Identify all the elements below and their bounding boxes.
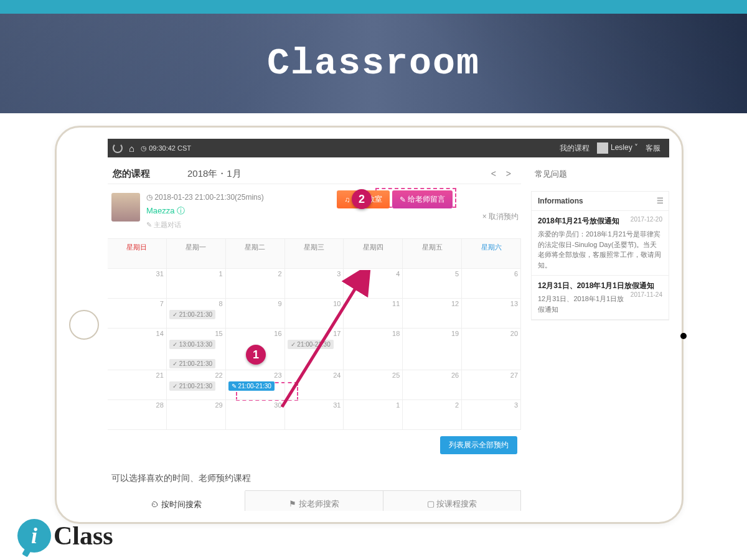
iclass-logo: i Class [17, 519, 113, 553]
your-courses-label: 您的课程 [113, 168, 150, 180]
time-slot[interactable]: 21:00-21:30 [169, 381, 215, 391]
time-slot[interactable]: 21:00-21:30 [169, 310, 215, 319]
calendar-cell[interactable]: 29 [167, 400, 226, 430]
calendar-cell[interactable]: 6 [462, 269, 521, 299]
calendar-cell[interactable]: 13 [462, 299, 521, 329]
calendar-cell[interactable]: 2 [226, 269, 285, 299]
message-teacher-button[interactable]: ✎ 给老师留言 [392, 190, 453, 208]
session-datetime: ◷ 2018-01-23 21:00-21:30(25mins) [146, 193, 264, 202]
cancel-booking-link[interactable]: × 取消预约 [482, 212, 519, 222]
search-tabs: ⏲ 按时间搜索 ⚑ 按老师搜索 ▢ 按课程搜索 [108, 490, 521, 511]
session-topic: ✎ 主题对话 [146, 220, 264, 230]
calendar-cell[interactable]: 3 [462, 400, 521, 430]
info-item[interactable]: 12月31日、2018年1月1日放假通知 2017-11-24 12月31日、2… [532, 276, 669, 320]
calendar-cell[interactable]: 31 [285, 400, 344, 430]
logo-text: Class [54, 521, 113, 551]
screen: ⌂ ◷ 09:30:42 CST 我的课程 Lesley ˅ 客服 您的课程 2… [108, 139, 669, 511]
calendar-cell[interactable]: 11 [344, 299, 403, 329]
prev-month-button[interactable]: < [486, 167, 501, 180]
calendar-cell[interactable]: 14 [108, 329, 167, 370]
tablet-frame: ⌂ ◷ 09:30:42 CST 我的课程 Lesley ˅ 客服 您的课程 2… [55, 126, 684, 524]
tab-by-teacher[interactable]: ⚑ 按老师搜索 [245, 491, 383, 511]
teacher-name[interactable]: Maezza ⓘ [146, 205, 264, 217]
top-accent-bar [0, 0, 747, 14]
info-card: Informations ☰ 2018年1月21号放假通知 2017-12-20… [531, 191, 669, 320]
info-header: Informations ☰ [532, 192, 669, 211]
course-header: 您的课程 2018年・1月 < > [108, 164, 521, 184]
calendar-cell[interactable]: 9 [226, 299, 285, 329]
calendar-cell[interactable]: 7 [108, 299, 167, 329]
tablet-home-button[interactable] [69, 310, 99, 340]
status-bar: ⌂ ◷ 09:30:42 CST 我的课程 Lesley ˅ 客服 [108, 139, 669, 157]
callout-1: 1 [246, 345, 266, 365]
main-column: 您的课程 2018年・1月 < > ◷ 2018-01-23 21:00-21:… [108, 157, 526, 511]
time-slot[interactable]: 13:00-13:30 [169, 340, 215, 349]
calendar-cell[interactable]: 4 [344, 269, 403, 299]
calendar-cell[interactable]: 1721:00-21:30 [285, 329, 344, 370]
info-item[interactable]: 2018年1月21号放假通知 2017-12-20 亲爱的学员们：2018年1月… [532, 211, 669, 276]
tab-by-time[interactable]: ⏲ 按时间搜索 [108, 490, 245, 511]
banner: Classroom [0, 14, 747, 113]
list-icon[interactable]: ☰ [657, 197, 664, 205]
calendar-cell[interactable]: 2321:00-21:30 [226, 370, 285, 400]
calendar-cell[interactable]: 2221:00-21:30 [167, 370, 226, 400]
calendar-cell[interactable]: 25 [344, 370, 403, 400]
next-month-button[interactable]: > [501, 167, 516, 180]
session-card: ◷ 2018-01-23 21:00-21:30(25mins) Maezza … [108, 184, 521, 238]
calendar-cell[interactable]: 5 [403, 269, 462, 299]
nav-support[interactable]: 客服 [646, 143, 660, 154]
calendar-cell[interactable]: 18 [344, 329, 403, 370]
calendar: 1 星期日 星期一 星期二 星期三 星期四 星期五 星期六 3112345678… [108, 238, 521, 460]
calendar-cell[interactable]: 1513:00-13:3021:00-21:30 [167, 329, 226, 370]
logo-bubble: i [17, 519, 51, 553]
calendar-cell[interactable]: 24 [285, 370, 344, 400]
calendar-cell[interactable]: 1 [344, 400, 403, 430]
sidebar: 常见问题 Informations ☰ 2018年1月21号放假通知 2017-… [526, 157, 669, 511]
loading-spinner-icon [113, 143, 123, 153]
calendar-cell[interactable]: 31 [108, 269, 167, 299]
tablet-side-button [680, 333, 687, 339]
avatar-icon [597, 142, 608, 154]
calendar-cell[interactable]: 26 [403, 370, 462, 400]
calendar-cell[interactable]: 19 [403, 329, 462, 370]
calendar-cell[interactable]: 10 [285, 299, 344, 329]
callout-2: 2 [352, 189, 372, 209]
calendar-cell[interactable]: 27 [462, 370, 521, 400]
calendar-cell[interactable]: 28 [108, 400, 167, 430]
calendar-cell[interactable]: 2 [403, 400, 462, 430]
calendar-cell[interactable]: 21 [108, 370, 167, 400]
pencil-icon: ✎ [400, 195, 406, 204]
month-label: 2018年・1月 [187, 168, 242, 180]
headset-icon: ♫ [344, 195, 350, 204]
banner-title: Classroom [267, 42, 480, 85]
weekday-header: 星期日 星期一 星期二 星期三 星期四 星期五 星期六 [108, 239, 521, 269]
faq-header[interactable]: 常见问题 [531, 164, 669, 185]
tab-by-course[interactable]: ▢ 按课程搜索 [383, 491, 521, 511]
clock-text: ◷ 09:30:42 CST [141, 144, 191, 152]
show-all-bookings-button[interactable]: 列表展示全部预约 [440, 436, 517, 454]
home-icon[interactable]: ⌂ [129, 143, 134, 154]
hint-text: 可以选择喜欢的时间、老师预约课程 [108, 460, 521, 490]
calendar-cell[interactable]: 821:00-21:30 [167, 299, 226, 329]
nav-my-courses[interactable]: 我的课程 [560, 143, 590, 154]
calendar-cell[interactable]: 20 [462, 329, 521, 370]
calendar-cell[interactable]: 30 [226, 400, 285, 430]
time-slot-active[interactable]: 21:00-21:30 [228, 381, 275, 391]
calendar-cell[interactable]: 12 [403, 299, 462, 329]
nav-user[interactable]: Lesley ˅ [597, 142, 638, 154]
calendar-cell[interactable]: 3 [285, 269, 344, 299]
calendar-cell[interactable]: 1 [167, 269, 226, 299]
time-slot[interactable]: 21:00-21:30 [169, 359, 215, 368]
time-slot[interactable]: 21:00-21:30 [288, 340, 334, 349]
teacher-avatar[interactable] [111, 193, 140, 222]
